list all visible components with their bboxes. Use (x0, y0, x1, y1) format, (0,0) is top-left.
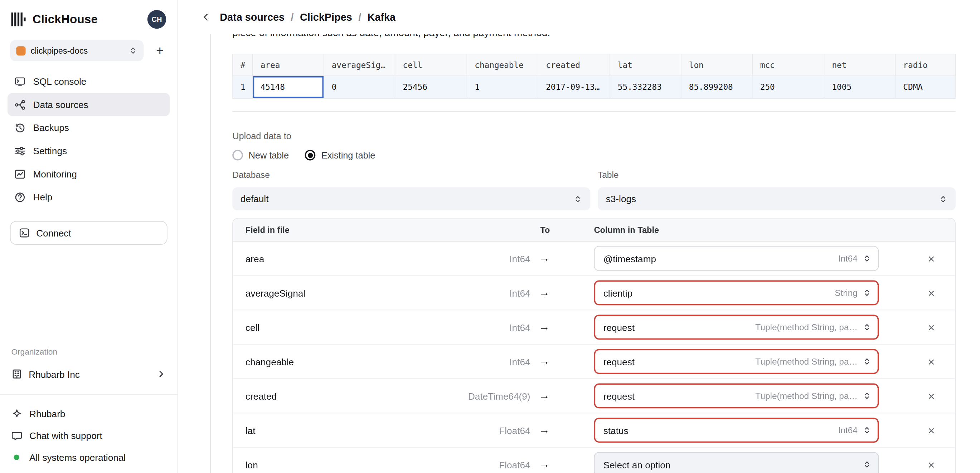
chevron-updown-icon (862, 288, 871, 297)
column-select[interactable]: requestTuple(method String, pa… (594, 383, 879, 408)
column-select[interactable]: clientipString (594, 281, 879, 306)
footer-item-chat-with-support[interactable]: Chat with support (11, 425, 166, 446)
chevron-updown-icon (939, 195, 947, 203)
sparkle-icon (11, 408, 22, 419)
back-button[interactable] (199, 11, 212, 24)
radio-label: New table (249, 150, 289, 160)
column-name: clientip (603, 288, 632, 298)
column-name: request (603, 391, 635, 402)
arrow-right-icon: → (530, 355, 587, 368)
preview-data-row: 14514802545612017-09-13…55.33228385.8992… (232, 76, 956, 99)
database-value: default (240, 194, 269, 204)
breadcrumb-item[interactable]: Kafka (368, 11, 396, 23)
column-select[interactable]: requestTuple(method String, pa… (594, 315, 879, 340)
mapping-header-to: To (530, 225, 587, 234)
breadcrumb-item[interactable]: ClickPipes (300, 11, 352, 23)
connect-icon (19, 227, 30, 238)
preview-cell[interactable]: 85.899208 (681, 76, 753, 99)
database-select[interactable]: default (232, 187, 590, 211)
app-window: ClickHouse CH clickpipes-docs + SQL cons… (0, 0, 980, 473)
footer-item-label: Chat with support (29, 430, 102, 441)
backups-icon (14, 122, 25, 133)
footer-item-all-systems-operational[interactable]: All systems operational (11, 446, 166, 468)
column-type: Tuple(method String, pa… (755, 322, 858, 332)
preview-cell[interactable]: 0 (324, 76, 396, 99)
arrow-right-icon: → (530, 458, 587, 471)
mapping-header-field: Field in file (233, 225, 530, 234)
column-name: status (603, 425, 628, 436)
terminal-icon (14, 76, 25, 87)
data-sources-icon (14, 99, 25, 110)
column-type: Int64 (838, 425, 858, 435)
sidebar-item-sql-console[interactable]: SQL console (8, 70, 170, 93)
organization-switcher[interactable]: Rhubarb Inc (11, 367, 166, 381)
preview-cell[interactable]: 1005 (824, 76, 896, 99)
column-type: Int64 (838, 253, 858, 263)
remove-mapping-button[interactable]: × (928, 424, 935, 436)
preview-cell[interactable]: CDMA (896, 76, 956, 99)
preview-cell[interactable]: 250 (753, 76, 825, 99)
sidebar-item-monitoring[interactable]: Monitoring (8, 162, 170, 186)
field-name: area (245, 253, 264, 264)
mapping-row: changeableInt64→requestTuple(method Stri… (233, 344, 955, 379)
preview-cell[interactable]: 1 (232, 76, 253, 99)
remove-mapping-button[interactable]: × (928, 459, 935, 470)
add-service-button[interactable]: + (151, 42, 169, 59)
column-type: Tuple(method String, pa… (755, 356, 858, 367)
sidebar-item-backups[interactable]: Backups (8, 116, 170, 140)
column-name: request (603, 356, 635, 367)
sidebar-item-data-sources[interactable]: Data sources (8, 93, 170, 116)
column-select[interactable]: requestTuple(method String, pa… (594, 349, 879, 374)
preview-cell[interactable]: 1 (467, 76, 538, 99)
breadcrumb: Data sources/ClickPipes/Kafka (220, 11, 396, 23)
remove-mapping-button[interactable]: × (928, 287, 935, 299)
mapping-row: cellInt64→requestTuple(method String, pa… (233, 310, 955, 344)
workspace-selector[interactable]: clickpipes-docs (10, 40, 143, 61)
database-label: Database (232, 170, 270, 180)
column-select[interactable]: @timestampInt64 (594, 246, 879, 271)
footer-item-rhubarb[interactable]: Rhubarb (11, 403, 166, 425)
upload-data-to-label: Upload data to (232, 131, 291, 141)
arrow-right-icon: → (530, 390, 587, 402)
preview-cell[interactable]: 25456 (396, 76, 468, 99)
sidebar-item-help[interactable]: Help (8, 185, 170, 209)
column-select[interactable]: statusInt64 (594, 417, 879, 443)
remove-mapping-button[interactable]: × (928, 321, 935, 333)
arrow-right-icon: → (530, 321, 587, 333)
footer-item-label: All systems operational (29, 452, 126, 463)
radio-existing-table[interactable]: Existing table (305, 150, 375, 161)
chevron-right-icon (156, 369, 166, 379)
preview-cell-selected[interactable]: 45148 (253, 76, 324, 99)
user-avatar[interactable]: CH (148, 10, 166, 29)
table-select[interactable]: s3-logs (598, 187, 956, 211)
radio-circle-icon (232, 150, 243, 161)
chevron-updown-icon (862, 391, 871, 400)
workspace-row: clickpipes-docs + (0, 33, 178, 61)
remove-mapping-button[interactable]: × (928, 390, 935, 402)
nav-item-label: Data sources (33, 99, 88, 110)
field-type: Int64 (509, 288, 530, 298)
remove-mapping-button[interactable]: × (928, 252, 935, 264)
mapping-rows: areaInt64→@timestampInt64×averageSignalI… (233, 241, 955, 473)
preview-cell[interactable]: 2017-09-13… (538, 76, 610, 99)
arrow-right-icon: → (530, 424, 587, 436)
radio-new-table[interactable]: New table (232, 150, 289, 161)
chevron-updown-icon (129, 46, 137, 55)
preview-column-header: cell (396, 54, 468, 76)
column-name: request (603, 322, 635, 333)
sidebar-item-settings[interactable]: Settings (8, 139, 170, 162)
preview-cell[interactable]: 55.332283 (610, 76, 681, 99)
mapping-header-row: Field in file To Column in Table (233, 219, 955, 242)
preview-column-header: net (824, 54, 896, 76)
remove-mapping-button[interactable]: × (928, 356, 935, 367)
field-name: cell (245, 322, 259, 333)
chevron-updown-icon (862, 426, 871, 434)
preview-column-header: mcc (753, 54, 825, 76)
preview-column-header: lon (681, 54, 753, 76)
nav-item-label: SQL console (33, 76, 86, 87)
data-preview-table: #areaaverageSig…cellchangeablecreatedlat… (232, 54, 956, 112)
preview-column-header: radio (896, 54, 956, 76)
breadcrumb-item[interactable]: Data sources (220, 11, 285, 23)
column-select[interactable]: Select an option (594, 452, 879, 473)
connect-button[interactable]: Connect (10, 221, 167, 245)
